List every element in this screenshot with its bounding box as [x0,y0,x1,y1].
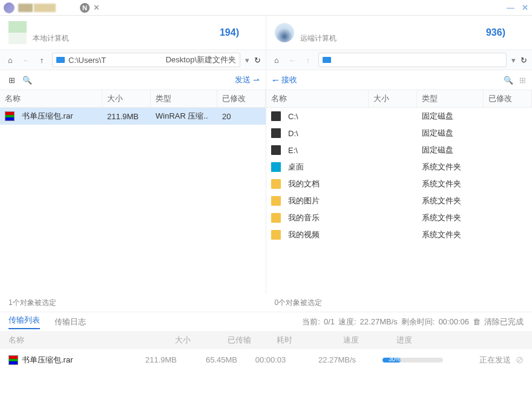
file-name: D:\ [283,128,369,139]
file-name: 书单压缩包.rar [17,110,102,123]
col-type[interactable]: 类型 [417,90,484,107]
chevron-down-icon[interactable]: ▾ [511,56,516,65]
transfer-size: 211.9MB [116,355,177,364]
file-row[interactable]: 我的图片系统文件夹 [266,192,532,209]
transfer-header: 名称 大小 已传输 耗时 速度 进度 [0,331,532,349]
col-size[interactable]: 大小 [369,90,417,107]
col-type[interactable]: 类型 [151,90,217,107]
col-mod[interactable]: 已修改 [217,90,266,107]
file-row[interactable]: 我的音乐系统文件夹 [266,209,532,226]
file-row[interactable]: E:\固定磁盘 [266,142,532,159]
home-icon[interactable]: ⌂ [5,56,16,65]
file-mod [484,234,532,236]
file-name: 我的文档 [283,177,369,191]
file-row[interactable]: 桌面系统文件夹 [266,159,532,176]
path-segment: Desktop\新建文件夹 [166,54,236,65]
avatar [4,2,15,13]
tab-close-icon[interactable]: ✕ [93,3,100,12]
file-row[interactable]: 我的文档系统文件夹 [266,176,532,192]
file-mod [484,166,532,168]
local-code: 194) [220,27,239,38]
titlebar[interactable]: N ✕ — ✕ [0,0,532,16]
drive-icon [271,111,281,121]
path-segment: C:\Users\T [68,56,106,65]
back-icon[interactable]: ← [21,56,31,65]
file-size [369,234,417,236]
up-icon[interactable]: ↑ [36,56,47,65]
back-icon[interactable]: ← [287,56,298,65]
file-mod [484,149,532,151]
clear-done-button[interactable]: 清除已完成 [484,317,524,327]
file-name: 我的视频 [283,228,369,241]
file-type: 固定磁盘 [417,126,484,140]
remote-thumb [275,23,294,42]
home-icon[interactable]: ⌂ [271,56,282,65]
tab-transfer-log[interactable]: 传输日志 [54,317,86,327]
folder-icon [271,230,281,240]
file-header: 名称 大小 类型 已修改 [266,90,532,108]
transfer-row: 书单压缩包.rar211.9MB65.45MB00:00:0322.27MB/s… [0,349,532,370]
rar-icon [8,355,18,365]
file-mod [484,132,532,134]
tab-transfer-list[interactable]: 传输列表 [8,315,40,329]
transfer-name: 书单压缩包.rar [8,355,116,366]
remote-label: 远端计算机 [300,33,337,44]
search-icon[interactable]: 🔍 [22,76,33,85]
minimize-icon[interactable]: — [507,3,514,12]
col-mod[interactable]: 已修改 [484,90,532,107]
file-name: E:\ [283,145,369,156]
send-button[interactable]: 发送⇀ [235,74,260,85]
path-input[interactable]: C:\Users\T Desktop\新建文件夹 [52,53,240,67]
title-blur [34,4,56,12]
col-name[interactable]: 名称 [0,90,102,107]
col-size[interactable]: 大小 [102,90,151,107]
file-size [369,200,417,202]
file-type: 系统文件夹 [417,194,484,208]
transfer-status: 正在发送 [479,355,516,366]
cancel-icon[interactable]: ⊘ [516,354,524,366]
transfer-list: 书单压缩包.rar211.9MB65.45MB00:00:0322.27MB/s… [0,349,532,370]
refresh-icon[interactable]: ↻ [254,56,261,65]
file-mod [484,200,532,202]
desktop-icon [271,162,281,172]
file-list[interactable]: C:\固定磁盘D:\固定磁盘E:\固定磁盘桌面系统文件夹我的文档系统文件夹我的图… [266,108,532,294]
file-row[interactable]: 书单压缩包.rar211.9MBWinRAR 压缩..20 [0,108,266,125]
chevron-down-icon[interactable]: ▾ [245,56,249,65]
file-row[interactable]: D:\固定磁盘 [266,125,532,142]
transfer-meta: 当前:0/1 速度:22.27MB/s 剩余时间:00:00:06 🗑 清除已完… [302,317,524,327]
search-icon[interactable]: 🔍 [504,76,513,85]
arrow-left-icon: ↽ [272,76,279,85]
transfer-time: 00:00:03 [237,355,304,364]
file-size: 211.9MB [102,111,151,122]
file-name: 桌面 [283,160,369,174]
file-row[interactable]: 我的视频系统文件夹 [266,226,532,243]
file-type: 系统文件夹 [417,177,484,191]
file-row[interactable]: C:\固定磁盘 [266,108,532,125]
file-name: 我的音乐 [283,211,369,225]
file-mod [484,115,532,117]
file-type: 系统文件夹 [417,228,484,241]
file-list[interactable]: 书单压缩包.rar211.9MBWinRAR 压缩..20 [0,108,266,294]
folder-icon [271,213,281,223]
refresh-icon[interactable]: ↻ [521,56,527,65]
file-size [369,115,417,117]
trash-icon[interactable]: 🗑 [473,317,481,326]
col-name[interactable]: 名称 [266,90,369,107]
drive-icon [271,145,281,155]
file-type: WinRAR 压缩.. [151,110,217,123]
arrow-right-icon: ⇀ [253,76,260,85]
receive-button[interactable]: ↽接收 [272,74,297,85]
new-folder-icon[interactable]: ⊞ [6,76,17,85]
local-panel: 本地计算机 194) ⌂ ← ↑ C:\Users\T Desktop\新建文件… [0,16,266,294]
close-icon[interactable]: ✕ [522,3,528,12]
up-icon[interactable]: ↑ [303,56,314,65]
local-status: 1个对象被选定 [0,294,266,312]
file-mod [484,183,532,185]
new-folder-icon[interactable]: ⊞ [519,76,526,85]
file-type: 系统文件夹 [417,211,484,225]
file-size [369,149,417,151]
monitor-icon [323,57,331,63]
file-name: 我的图片 [283,194,369,208]
path-input[interactable] [318,53,507,67]
file-mod [484,217,532,219]
